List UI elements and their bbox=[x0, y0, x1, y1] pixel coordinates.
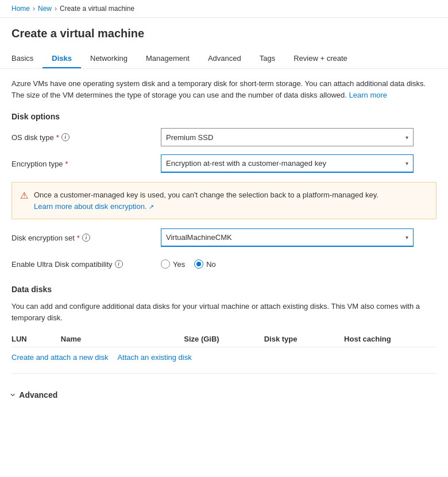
create-attach-disk-button[interactable]: Create and attach a new disk bbox=[11, 353, 108, 362]
os-disk-type-dropdown[interactable]: Premium SSD ▾ bbox=[161, 128, 414, 146]
data-disks-title: Data disks bbox=[11, 285, 437, 294]
disk-encryption-set-arrow: ▾ bbox=[405, 234, 408, 241]
col-header-size: Size (GiB) bbox=[184, 331, 264, 347]
encryption-type-dropdown[interactable]: Encryption at-rest with a customer-manag… bbox=[161, 154, 414, 173]
tab-networking[interactable]: Networking bbox=[81, 49, 137, 68]
os-disk-type-label: OS disk type * i bbox=[11, 133, 161, 142]
advanced-section[interactable]: › Advanced bbox=[11, 385, 437, 405]
warning-text: Once a customer-managed key is used, you… bbox=[34, 189, 379, 212]
content-area: Azure VMs have one operating system disk… bbox=[0, 69, 448, 414]
tab-bar: Basics Disks Networking Management Advan… bbox=[0, 49, 448, 69]
tab-basics[interactable]: Basics bbox=[11, 49, 43, 68]
breadcrumb: Home › New › Create a virtual machine bbox=[0, 0, 448, 18]
tab-management[interactable]: Management bbox=[137, 49, 199, 68]
disk-encryption-learn-more[interactable]: Learn more about disk encryption. ↗ bbox=[34, 202, 154, 211]
breadcrumb-sep-1: › bbox=[33, 5, 35, 13]
learn-more-link[interactable]: Learn more bbox=[349, 91, 387, 99]
data-disks-table: LUN Name Size (GiB) Disk type Host cachi… bbox=[11, 331, 437, 347]
breadcrumb-home[interactable]: Home bbox=[11, 5, 30, 13]
col-header-host-caching: Host caching bbox=[344, 331, 437, 347]
disk-actions: Create and attach a new disk Attach an e… bbox=[11, 353, 437, 362]
page-header: Create a virtual machine bbox=[0, 18, 448, 40]
encryption-type-label: Encryption type * bbox=[11, 160, 161, 168]
attach-existing-disk-button[interactable]: Attach an existing disk bbox=[117, 353, 191, 362]
tab-disks[interactable]: Disks bbox=[43, 49, 81, 68]
disk-encryption-set-dropdown[interactable]: VirtualMachineCMK ▾ bbox=[161, 228, 414, 247]
disk-encryption-set-row: Disk encryption set * i VirtualMachineCM… bbox=[11, 228, 437, 247]
col-header-disk-type: Disk type bbox=[264, 331, 344, 347]
page-title: Create a virtual machine bbox=[11, 27, 437, 40]
disk-encryption-set-info-icon[interactable]: i bbox=[82, 234, 90, 242]
ultra-disk-no-option[interactable]: No bbox=[194, 259, 216, 269]
breadcrumb-current: Create a virtual machine bbox=[60, 5, 134, 13]
external-link-icon: ↗ bbox=[149, 203, 154, 210]
advanced-divider bbox=[11, 373, 437, 374]
breadcrumb-sep-2: › bbox=[55, 5, 57, 13]
encryption-dropdown-arrow: ▾ bbox=[405, 160, 408, 166]
tab-advanced[interactable]: Advanced bbox=[199, 49, 250, 68]
data-disks-description: You can add and configure additional dat… bbox=[11, 301, 437, 323]
encryption-required: * bbox=[65, 160, 68, 168]
os-disk-info-icon[interactable]: i bbox=[61, 133, 69, 141]
col-header-lun: LUN bbox=[11, 331, 61, 347]
advanced-section-label: Advanced bbox=[19, 390, 57, 400]
os-disk-required: * bbox=[56, 133, 59, 142]
warning-icon: ⚠ bbox=[20, 190, 28, 212]
disk-options-title: Disk options bbox=[11, 112, 437, 121]
warning-box: ⚠ Once a customer-managed key is used, y… bbox=[11, 182, 437, 219]
ultra-disk-label: Enable Ultra Disk compatibility i bbox=[11, 260, 161, 269]
os-disk-dropdown-arrow: ▾ bbox=[405, 134, 408, 141]
ultra-disk-radio-group: Yes No bbox=[161, 259, 216, 269]
ultra-disk-yes-radio[interactable] bbox=[161, 259, 170, 269]
col-header-name: Name bbox=[61, 331, 184, 347]
ultra-disk-info-icon[interactable]: i bbox=[115, 260, 123, 268]
disk-encryption-set-label: Disk encryption set * i bbox=[11, 234, 161, 242]
tab-review-create[interactable]: Review + create bbox=[284, 49, 357, 68]
breadcrumb-new[interactable]: New bbox=[38, 5, 52, 13]
disk-encryption-set-required: * bbox=[77, 234, 80, 242]
ultra-disk-yes-option[interactable]: Yes bbox=[161, 259, 185, 269]
encryption-type-row: Encryption type * Encryption at-rest wit… bbox=[11, 154, 437, 173]
ultra-disk-row: Enable Ultra Disk compatibility i Yes No bbox=[11, 255, 437, 273]
info-description: Azure VMs have one operating system disk… bbox=[11, 78, 437, 100]
advanced-chevron-icon: › bbox=[8, 393, 18, 396]
ultra-disk-no-radio[interactable] bbox=[194, 259, 203, 269]
os-disk-type-row: OS disk type * i Premium SSD ▾ bbox=[11, 128, 437, 146]
tab-tags[interactable]: Tags bbox=[250, 49, 284, 68]
